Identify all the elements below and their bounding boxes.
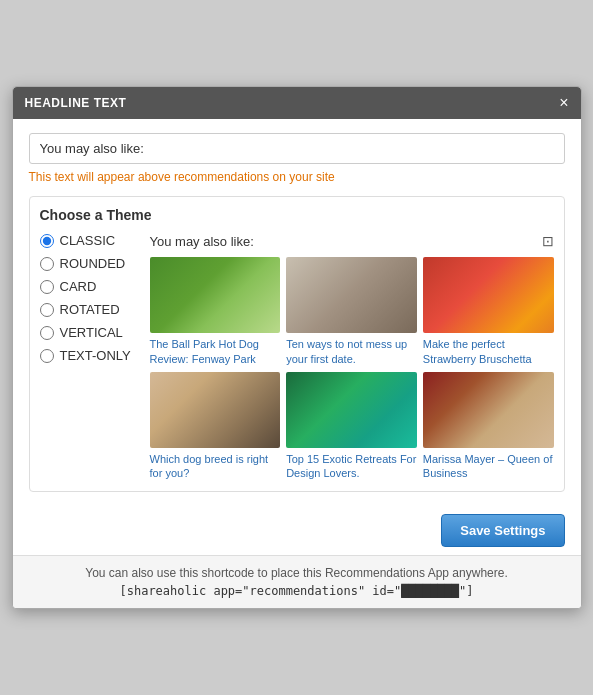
theme-option-rounded[interactable]: ROUNDED (40, 256, 140, 271)
theme-section-title: Choose a Theme (40, 207, 554, 223)
modal-body: This text will appear above recommendati… (13, 119, 581, 501)
theme-label-card: CARD (60, 279, 97, 294)
modal-footer-top: Save Settings (13, 502, 581, 555)
theme-radio-rotated[interactable] (40, 303, 54, 317)
theme-option-classic[interactable]: CLASSIC (40, 233, 140, 248)
theme-label-text-only: TEXT-ONLY (60, 348, 131, 363)
theme-options: CLASSIC ROUNDED CARD ROTATED (40, 233, 140, 480)
theme-label-rotated: ROTATED (60, 302, 120, 317)
preview-item: The Ball Park Hot Dog Review: Fenway Par… (150, 257, 281, 366)
shortcode-suffix: "] (459, 584, 473, 598)
preview-title-1: The Ball Park Hot Dog Review: Fenway Par… (150, 337, 281, 366)
preview-item: Make the perfect Strawberry Bruschetta (423, 257, 554, 366)
save-settings-button[interactable]: Save Settings (441, 514, 564, 547)
preview-title-2: Ten ways to not mess up your first date. (286, 337, 417, 366)
modal-footer-bottom: You can also use this shortcode to place… (13, 555, 581, 608)
theme-label-classic: CLASSIC (60, 233, 116, 248)
preview-title-5: Top 15 Exotic Retreats For Design Lovers… (286, 452, 417, 481)
theme-option-text-only[interactable]: TEXT-ONLY (40, 348, 140, 363)
theme-option-vertical[interactable]: VERTICAL (40, 325, 140, 340)
modal-title: HEADLINE TEXT (25, 96, 127, 110)
preview-item: Marissa Mayer – Queen of Business (423, 372, 554, 481)
shortcode-hint: You can also use this shortcode to place… (29, 566, 565, 580)
theme-radio-rounded[interactable] (40, 257, 54, 271)
preview-grid: The Ball Park Hot Dog Review: Fenway Par… (150, 257, 554, 480)
theme-option-rotated[interactable]: ROTATED (40, 302, 140, 317)
preview-image-6 (423, 372, 554, 448)
shortcode-text: [shareaholic app="recommendations" id="█… (29, 584, 565, 598)
close-button[interactable]: × (559, 95, 568, 111)
preview-title-6: Marissa Mayer – Queen of Business (423, 452, 554, 481)
shortcode-prefix: [shareaholic app="recommendations" id=" (119, 584, 401, 598)
theme-radio-text-only[interactable] (40, 349, 54, 363)
theme-label-vertical: VERTICAL (60, 325, 123, 340)
preview-header: You may also like: ⊡ (150, 233, 554, 249)
theme-radio-vertical[interactable] (40, 326, 54, 340)
headline-hint: This text will appear above recommendati… (29, 170, 565, 184)
headline-input[interactable] (29, 133, 565, 164)
preview-label: You may also like: (150, 234, 254, 249)
preview-item: Which dog breed is right for you? (150, 372, 281, 481)
preview-item: Ten ways to not mess up your first date. (286, 257, 417, 366)
modal-header: HEADLINE TEXT × (13, 87, 581, 119)
theme-section: Choose a Theme CLASSIC ROUNDED CARD (29, 196, 565, 491)
theme-radio-classic[interactable] (40, 234, 54, 248)
modal: HEADLINE TEXT × This text will appear ab… (12, 86, 582, 608)
preview-image-3 (423, 257, 554, 333)
preview-title-4: Which dog breed is right for you? (150, 452, 281, 481)
shortcode-id: ████████ (401, 584, 459, 598)
preview-item: Top 15 Exotic Retreats For Design Lovers… (286, 372, 417, 481)
theme-radio-card[interactable] (40, 280, 54, 294)
preview-title-3: Make the perfect Strawberry Bruschetta (423, 337, 554, 366)
preview-image-1 (150, 257, 281, 333)
preview-area: You may also like: ⊡ The Ball Park Hot D… (150, 233, 554, 480)
preview-image-4 (150, 372, 281, 448)
preview-image-2 (286, 257, 417, 333)
preview-image-5 (286, 372, 417, 448)
theme-content: CLASSIC ROUNDED CARD ROTATED (40, 233, 554, 480)
theme-label-rounded: ROUNDED (60, 256, 126, 271)
expand-icon[interactable]: ⊡ (542, 233, 554, 249)
theme-option-card[interactable]: CARD (40, 279, 140, 294)
